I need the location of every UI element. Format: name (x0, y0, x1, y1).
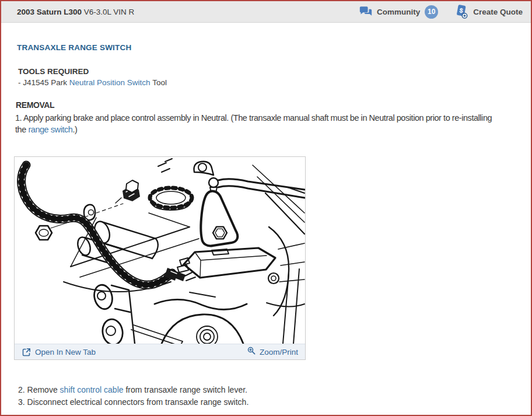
vehicle-title-model: 2003 Saturn L300 (17, 8, 82, 16)
step-2: 2. Remove shift control cable from trans… (18, 384, 519, 396)
step-1-post: .) (72, 125, 77, 134)
step-2-post: from transaxle range switch lever. (124, 385, 247, 394)
tools-required-heading: TOOLS REQUIRED (18, 67, 519, 76)
zoom-print-link[interactable]: Zoom/Print (247, 348, 298, 356)
step-1-line1: 1. Apply parking brake and place control… (15, 112, 519, 124)
range-switch-link[interactable]: range switch (28, 125, 72, 134)
removal-heading: REMOVAL (16, 100, 519, 110)
figure: Open In New Tab Zoom/Print (14, 156, 306, 360)
vehicle-title: 2003 Saturn L300 V6-3.0L VIN R (17, 8, 134, 16)
open-in-new-tab-link[interactable]: Open In New Tab (22, 348, 96, 356)
create-quote-label: Create Quote (473, 8, 523, 16)
main-content: TRANSAXLE RANGE SWITCH TOOLS REQUIRED - … (1, 43, 531, 408)
community-label: Community (377, 8, 420, 16)
header-actions: Community 10 $ Create Quote (359, 5, 523, 19)
step-2-pre: 2. Remove (18, 385, 60, 394)
community-button[interactable]: Community 10 (359, 5, 438, 19)
step-1-line2-pre: the (15, 125, 28, 134)
tools-item-post: Tool (150, 78, 167, 87)
community-icon (359, 6, 372, 18)
create-quote-icon: $ (456, 5, 468, 19)
tools-item: - J41545 Park Neutral Position Switch To… (18, 78, 519, 87)
open-in-new-tab-icon (22, 348, 31, 356)
zoom-print-label: Zoom/Print (260, 348, 298, 356)
page-title: TRANSAXLE RANGE SWITCH (17, 43, 519, 52)
diagram-image[interactable] (15, 157, 305, 344)
open-in-new-tab-label: Open In New Tab (35, 348, 96, 356)
page: 2003 Saturn L300 V6-3.0L VIN R Community… (0, 0, 532, 416)
header: 2003 Saturn L300 V6-3.0L VIN R Community… (1, 1, 531, 23)
zoom-print-icon (247, 349, 256, 355)
shift-control-cable-link[interactable]: shift control cable (60, 385, 124, 394)
figure-toolbar: Open In New Tab Zoom/Print (15, 344, 305, 359)
vehicle-title-engine: V6-3.0L VIN R (82, 8, 134, 16)
neutral-position-switch-link[interactable]: Neutral Position Switch (69, 78, 150, 87)
step-1: 1. Apply parking brake and place control… (15, 112, 519, 135)
step-3: 3. Disconnect electrical connectors from… (18, 396, 519, 408)
community-count-badge: 10 (425, 5, 438, 19)
tools-item-pre: J41545 Park (21, 78, 69, 87)
create-quote-button[interactable]: $ Create Quote (456, 5, 523, 19)
